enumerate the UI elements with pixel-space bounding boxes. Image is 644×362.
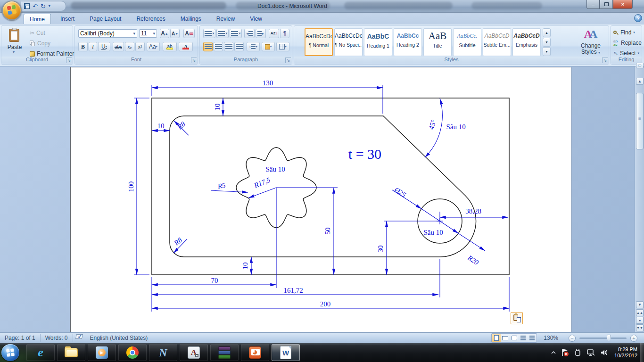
change-case-button[interactable]: Aa▾ <box>147 42 160 51</box>
numbering-button[interactable]: ▾ <box>216 29 229 38</box>
subscript-button[interactable]: x₂ <box>125 42 134 51</box>
increase-indent-button[interactable]: ▸ <box>256 29 266 38</box>
underline-button[interactable]: U▾ <box>98 42 110 51</box>
format-painter-button[interactable]: Format Painter <box>30 50 74 57</box>
scrollbar-thumb[interactable] <box>636 93 644 149</box>
taskbar-winrar[interactable] <box>210 344 239 361</box>
print-layout-view-button[interactable] <box>492 334 501 342</box>
word-count[interactable]: Words: 0 <box>41 335 73 341</box>
select-button[interactable]: ↖ Select ▾ <box>613 50 639 57</box>
style-heading2[interactable]: AaBbCc Heading 2 <box>394 28 422 56</box>
style-heading1[interactable]: AaBbC Heading 1 <box>364 28 392 56</box>
taskbar-onenote[interactable]: N <box>149 344 177 361</box>
change-styles-button[interactable]: AA Change Styles ▾ <box>575 28 607 57</box>
page-count[interactable]: Page: 1 of 1 <box>0 335 40 341</box>
clipboard-dialog-launcher[interactable]: ↘ <box>66 58 72 63</box>
tray-expand-icon[interactable] <box>551 350 556 355</box>
style-subtle-emphasis[interactable]: AaBbCcD Subtle Em... <box>483 28 511 56</box>
zoom-slider-track[interactable] <box>579 337 627 339</box>
taskbar-chrome[interactable] <box>118 344 147 361</box>
align-right-button[interactable] <box>224 42 233 51</box>
bold-button[interactable]: B <box>78 42 88 51</box>
power-plug-icon[interactable] <box>573 348 582 357</box>
styles-gallery-more-button[interactable]: ▼ <box>543 47 551 56</box>
cut-button[interactable]: ✂ Cut <box>30 30 45 36</box>
italic-button[interactable]: I <box>89 42 97 51</box>
grow-font-button[interactable]: A▲ <box>160 29 169 38</box>
tab-view[interactable]: View <box>244 14 268 24</box>
paste-button[interactable]: Paste ▾ <box>4 28 25 56</box>
font-name-combobox[interactable]: Calibri (Body) ▾ <box>78 29 137 38</box>
strikethrough-button[interactable]: abc <box>113 42 124 51</box>
network-icon[interactable] <box>586 348 595 357</box>
paste-options-button[interactable] <box>511 312 523 324</box>
highlight-button[interactable]: ab <box>163 42 177 51</box>
fullscreen-reading-view-button[interactable] <box>501 334 510 342</box>
language-status[interactable]: English (United States) <box>85 335 153 341</box>
taskbar-media-player[interactable]: ▶ <box>88 344 116 361</box>
show-desktop-button[interactable] <box>640 343 644 362</box>
justify-button[interactable] <box>234 42 244 51</box>
restore-button[interactable] <box>600 0 613 9</box>
font-dialog-launcher[interactable]: ↘ <box>191 58 197 63</box>
line-spacing-button[interactable]: ↕▾ <box>247 42 260 51</box>
taskbar-windows-explorer[interactable] <box>57 344 85 361</box>
borders-button[interactable]: ▾ <box>276 42 289 51</box>
style-subtitle[interactable]: AaBbCc. Subtitle <box>453 28 481 56</box>
tab-page-layout[interactable]: Page Layout <box>84 14 127 24</box>
taskbar-word-active[interactable]: W <box>272 344 300 361</box>
tab-review[interactable]: Review <box>211 14 240 24</box>
style-normal[interactable]: AaBbCcDc ¶ Normal <box>305 28 333 56</box>
previous-page-button[interactable]: ▲▲ <box>636 309 644 316</box>
ruler-toggle-button[interactable]: ▭ <box>636 63 644 68</box>
zoom-out-button[interactable]: − <box>569 335 576 342</box>
scroll-up-button[interactable]: ▲ <box>636 78 644 85</box>
help-button[interactable]: ? <box>634 14 642 22</box>
paragraph-dialog-launcher[interactable]: ↘ <box>285 58 291 63</box>
volume-icon[interactable] <box>600 348 608 357</box>
tab-mailings[interactable]: Mailings <box>175 14 207 24</box>
style-no-spacing[interactable]: AaBbCcDc ¶ No Spaci... <box>334 28 363 56</box>
tab-insert[interactable]: Insert <box>55 14 80 24</box>
style-emphasis[interactable]: AaBbCcD Emphasis <box>512 28 541 56</box>
taskbar-internet-explorer[interactable]: e <box>26 344 55 361</box>
scroll-down-button[interactable]: ▼ <box>636 301 644 308</box>
taskbar-powerpoint[interactable] <box>241 344 269 361</box>
shading-button[interactable]: ▾ <box>262 42 275 51</box>
action-center-flag-icon[interactable] <box>561 348 569 357</box>
font-size-combobox[interactable]: 11 ▾ <box>139 29 157 38</box>
outline-view-button[interactable] <box>519 334 528 342</box>
taskbar-autocad[interactable]: A <box>180 344 208 361</box>
select-browse-object-button[interactable]: ● <box>636 317 644 324</box>
align-center-button[interactable] <box>214 42 223 51</box>
tab-references[interactable]: References <box>131 14 171 24</box>
copy-button[interactable]: Copy <box>30 40 50 47</box>
minimize-button[interactable]: – <box>586 0 600 9</box>
start-button[interactable] <box>1 344 19 361</box>
office-button[interactable] <box>2 0 22 20</box>
style-title[interactable]: AaB Title <box>423 28 452 56</box>
tab-home[interactable]: Home <box>24 14 51 24</box>
clear-formatting-button[interactable]: A <box>183 29 195 38</box>
web-layout-view-button[interactable] <box>510 334 519 342</box>
next-page-button[interactable]: ▼▼ <box>636 324 644 331</box>
show-hide-pilcrow-button[interactable]: ¶ <box>280 29 289 38</box>
zoom-in-button[interactable]: + <box>630 335 637 342</box>
multilevel-list-button[interactable]: ▾ <box>230 29 242 38</box>
vertical-scrollbar[interactable]: ▭ ▲ ▼ ▲▲ ● ▼▼ <box>635 66 644 332</box>
styles-scroll-up-button[interactable]: ▲ <box>543 28 551 37</box>
draft-view-button[interactable] <box>528 334 537 342</box>
find-button[interactable]: Find ▾ <box>613 29 635 36</box>
styles-dialog-launcher[interactable]: ↘ <box>602 58 608 63</box>
replace-button[interactable]: abac Replace <box>613 40 642 46</box>
bullets-button[interactable]: ▾ <box>203 29 215 38</box>
decrease-indent-button[interactable]: ◂ <box>244 29 255 38</box>
font-color-button[interactable]: A <box>179 42 193 51</box>
zoom-level[interactable]: 130% <box>537 335 563 341</box>
styles-scroll-down-button[interactable]: ▼ <box>543 38 551 47</box>
superscript-button[interactable]: x² <box>135 42 145 51</box>
align-left-button[interactable] <box>203 42 213 51</box>
zoom-slider-handle[interactable] <box>607 335 611 341</box>
clock[interactable]: 8:29 PM 10/2/2012 <box>614 346 637 359</box>
close-button[interactable]: × <box>613 0 633 9</box>
